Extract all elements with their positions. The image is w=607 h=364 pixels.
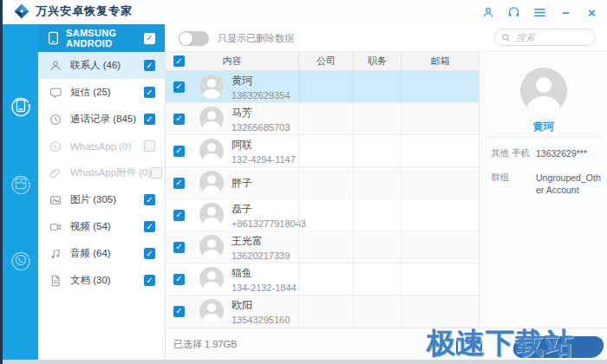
category-sms[interactable]: 短信 (25) ✓	[38, 79, 165, 106]
category-photos[interactable]: 图片 (305) ✓	[38, 186, 165, 213]
company-cell	[298, 263, 353, 295]
audio-icon	[49, 247, 62, 261]
row-checkbox[interactable]: ✓	[173, 274, 185, 285]
company-cell	[298, 71, 353, 102]
contact-phone: 13632629354	[232, 90, 290, 101]
window-bottom-edge	[0, 360, 607, 364]
sms-icon	[49, 86, 62, 100]
show-deleted-toggle[interactable]	[179, 31, 209, 46]
attachment-icon	[49, 166, 62, 180]
category-sms-checkbox[interactable]: ✓	[144, 87, 155, 98]
email-cell	[401, 103, 479, 134]
position-cell	[353, 263, 401, 295]
minimize-icon[interactable]: −	[559, 6, 572, 19]
category-photos-checkbox[interactable]: ✓	[144, 194, 155, 205]
contact-cell: ✓ 磊子 +8613277918043	[166, 199, 298, 231]
table-row[interactable]: ✓ 马芳 13265685703	[166, 103, 479, 135]
category-videos[interactable]: 视频 (54) ✓	[38, 213, 165, 240]
company-cell	[298, 167, 353, 198]
table-header: ✓ 内容 公司 职务 邮箱	[165, 52, 479, 71]
category-whatsapp-attachments[interactable]: WhatsApp附件 (0)	[38, 159, 165, 186]
app-title: 万兴安卓恢复专家	[36, 3, 133, 19]
category-contacts[interactable]: 联系人 (46) ✓	[38, 52, 165, 79]
contact-phone: 13265685703	[232, 122, 290, 133]
android-data-recovery-icon[interactable]	[9, 94, 33, 121]
category-documents[interactable]: 文档 (30) ✓	[38, 267, 165, 294]
column-header-position[interactable]: 职务	[353, 52, 401, 70]
email-cell	[401, 231, 479, 263]
contact-name: 马芳	[232, 106, 290, 120]
contact-phone: 134-2132-1844	[232, 283, 297, 293]
contact-avatar-icon	[199, 75, 224, 99]
show-deleted-label: 只显示已删除数据	[218, 32, 294, 45]
account-icon[interactable]	[481, 6, 494, 19]
category-whatsapp[interactable]: WhatsApp (0)	[38, 133, 165, 159]
row-checkbox[interactable]: ✓	[173, 210, 185, 221]
detail-contact-name: 黄珂	[480, 120, 607, 134]
contact-phone: 13620217339	[232, 250, 290, 261]
category-documents-checkbox[interactable]: ✓	[144, 275, 155, 286]
category-audio[interactable]: 音频 (64) ✓	[38, 240, 165, 267]
category-call-history[interactable]: 通话记录 (845) ✓	[38, 106, 165, 133]
phone-icon	[48, 31, 59, 45]
search-icon	[501, 33, 511, 42]
contact-name: 黄珂	[232, 74, 290, 88]
window-left-border	[0, 0, 3, 364]
table-row[interactable]: ✓ 胖子	[166, 167, 479, 199]
category-audio-checkbox[interactable]: ✓	[144, 248, 155, 259]
contact-avatar-icon	[199, 267, 224, 291]
detail-divider	[486, 137, 601, 138]
column-header-content[interactable]: ✓ 内容	[166, 52, 298, 70]
search-input[interactable]	[514, 31, 587, 43]
column-header-email[interactable]: 邮箱	[401, 52, 479, 70]
category-contacts-checkbox[interactable]: ✓	[144, 60, 155, 71]
whatsapp-recovery-icon[interactable]	[9, 248, 33, 276]
column-header-company[interactable]: 公司	[298, 52, 353, 70]
device-header[interactable]: SAMSUNG ANDROID ✓	[38, 24, 165, 52]
table-row[interactable]: ✓ 阿联 132-4294-1147	[166, 135, 479, 167]
category-videos-checkbox[interactable]: ✓	[144, 221, 155, 232]
row-checkbox[interactable]: ✓	[173, 242, 185, 253]
broken-device-recovery-icon[interactable]	[9, 172, 33, 199]
company-cell	[298, 135, 353, 166]
select-all-checkbox[interactable]: ✓	[173, 55, 185, 67]
row-checkbox[interactable]: ✓	[173, 114, 185, 125]
table-row[interactable]: ✓ 磊子 +8613277918043	[166, 199, 479, 231]
table-row[interactable]: ✓ 猫鱼 134-2132-1844	[166, 263, 479, 296]
contact-cell: ✓ 阿联 132-4294-1147	[166, 135, 298, 166]
device-checkbox[interactable]: ✓	[144, 33, 155, 44]
email-cell	[401, 199, 479, 231]
close-icon[interactable]: ×	[585, 6, 598, 19]
row-checkbox[interactable]: ✓	[173, 306, 185, 317]
contact-avatar-icon	[199, 171, 224, 195]
position-cell	[353, 135, 401, 166]
table-row[interactable]: ✓ 黄珂 13632629354	[166, 71, 479, 103]
company-cell	[298, 296, 353, 327]
table-row[interactable]: ✓ 王光富 13620217339	[166, 231, 479, 263]
category-call-history-checkbox[interactable]: ✓	[144, 114, 155, 125]
contact-name: 王光富	[232, 234, 290, 249]
email-cell	[401, 167, 479, 198]
wondershare-logo-icon	[14, 3, 29, 19]
category-whatsapp-checkbox[interactable]	[144, 140, 155, 152]
device-name: SAMSUNG ANDROID	[66, 28, 144, 49]
position-cell	[353, 199, 401, 231]
row-checkbox[interactable]: ✓	[173, 178, 185, 189]
call-history-icon	[49, 113, 62, 127]
contact-phone: +8613277918043	[232, 218, 306, 229]
app-window: 万兴安卓恢复专家 − ×	[0, 0, 607, 364]
selection-summary: 已选择 1.97GB	[173, 338, 237, 351]
row-checkbox[interactable]: ✓	[173, 146, 185, 157]
contact-avatar-icon	[199, 299, 224, 323]
contact-phone: 132-4294-1147	[232, 154, 296, 165]
table-row[interactable]: ✓ 欧阳 13543295160	[166, 296, 479, 328]
contact-detail-panel: 黄珂 其他 手机 13632629*** 群组 Ungrouped_Other …	[479, 52, 607, 328]
row-checkbox[interactable]: ✓	[173, 81, 185, 93]
search-box[interactable]	[494, 29, 596, 46]
videos-icon	[49, 220, 62, 234]
category-whatsapp-attachments-checkbox[interactable]	[151, 167, 162, 179]
contact-name: 欧阳	[232, 298, 290, 313]
contact-name: 胖子	[232, 176, 252, 191]
menu-icon[interactable]	[533, 6, 546, 19]
support-headset-icon[interactable]	[507, 6, 520, 19]
